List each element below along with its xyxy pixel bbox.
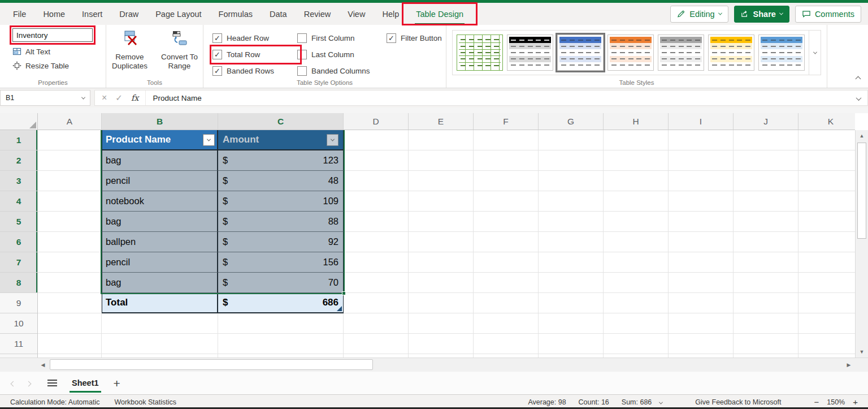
table-name-input[interactable] [12,28,93,42]
editing-button[interactable]: Editing [670,6,728,23]
filter-button-amount[interactable] [327,134,338,146]
previous-sheet-button[interactable] [6,378,21,388]
row-header-1[interactable]: 1 [0,130,37,150]
sheet-list-menu-icon[interactable] [47,380,57,386]
table-style-green-grid[interactable] [457,35,503,71]
table-style-gray[interactable] [658,35,704,71]
resize-table-button[interactable]: Resize Table [12,61,106,70]
column-header-d[interactable]: D [344,113,409,130]
style-option-banded-rows[interactable]: ✓Banded Rows [212,63,297,79]
zoom-level[interactable]: 150% [827,398,845,406]
aggregates-menu-button[interactable] [659,398,662,406]
style-option-banded-columns[interactable]: Banded Columns [297,63,387,79]
insert-function-icon[interactable]: fx [131,93,139,102]
filter-button-product-name[interactable] [203,134,215,146]
enter-icon[interactable]: ✓ [115,93,123,103]
scroll-right-button[interactable]: ▶ [844,358,854,372]
menu-tab-data[interactable]: Data [261,3,296,25]
collapse-ribbon-button[interactable] [856,73,860,83]
table-style-blue[interactable] [557,35,604,71]
row-header-9[interactable]: 9 [0,293,37,313]
menu-tab-view[interactable]: View [339,3,374,25]
checkbox-banded-rows[interactable]: ✓ [212,66,222,76]
excel-table[interactable]: Product NameAmountbag$123pencil$48notebo… [102,130,344,313]
table-cell-product[interactable]: notebook [102,191,218,212]
add-sheet-button[interactable]: + [114,377,120,389]
menu-tab-page-layout[interactable]: Page Layout [147,3,210,25]
table-cell-product[interactable]: bag [102,212,218,232]
table-cell-product[interactable]: ballpen [102,232,218,252]
expand-formula-bar-button[interactable] [857,93,867,103]
column-header-b[interactable]: B [102,113,218,130]
name-box[interactable]: B1 [0,90,90,106]
checkbox-header-row[interactable]: ✓ [212,33,222,43]
checkbox-total-row[interactable]: ✓ [212,50,222,59]
sheet-tab-sheet1[interactable]: Sheet1 [72,372,99,394]
table-cell-product[interactable]: pencil [102,171,218,191]
row-header-6[interactable]: 6 [0,232,37,252]
row-header-5[interactable]: 5 [0,212,37,232]
column-header-k[interactable]: K [798,113,855,130]
table-resize-handle[interactable] [337,306,342,311]
vertical-scrollbar[interactable]: ▲ ▼ [855,130,868,358]
table-cell-amount[interactable]: $156 [218,252,344,273]
menu-tab-formulas[interactable]: Formulas [210,3,261,25]
row-header-4[interactable]: 4 [0,191,37,212]
style-option-total-row[interactable]: ✓Total Row [212,46,297,63]
checkbox-last-column[interactable] [297,50,307,59]
row-header-2[interactable]: 2 [0,150,37,171]
checkbox-filter-button[interactable]: ✓ [387,33,396,43]
menu-tab-insert[interactable]: Insert [73,3,111,25]
table-cell-amount[interactable]: $70 [218,273,344,293]
row-header-10[interactable]: 10 [0,313,37,334]
comments-button[interactable]: Comments [795,6,861,23]
column-header-a[interactable]: A [38,113,102,130]
row-header-7[interactable]: 7 [0,252,37,273]
style-option-first-column[interactable]: First Column [297,30,387,46]
formula-input[interactable]: Product Name [146,94,857,102]
feedback-link[interactable]: Give Feedback to Microsoft [695,398,781,406]
select-all-corner[interactable] [0,113,38,130]
total-label-cell[interactable]: Total [102,293,218,313]
vertical-scroll-thumb[interactable] [857,143,866,239]
scroll-down-button[interactable]: ▼ [856,346,868,358]
row-header-11[interactable]: 11 [0,334,37,354]
row-header-3[interactable]: 3 [0,171,37,191]
table-cell-amount[interactable]: $109 [218,191,344,212]
alt-text-button[interactable]: Alt Text [12,47,106,56]
total-amount-cell[interactable]: $686 [218,293,344,313]
table-cell-product[interactable]: bag [102,150,218,171]
menu-tab-review[interactable]: Review [296,3,340,25]
column-header-e[interactable]: E [409,113,474,130]
cells-area[interactable]: Product NameAmountbag$123pencil$48notebo… [38,130,855,358]
style-option-last-column[interactable]: Last Column [297,46,387,63]
aggregate-sum[interactable]: Sum: 686 [622,398,652,406]
table-style-gold[interactable] [708,35,754,71]
menu-tab-draw[interactable]: Draw [111,3,147,25]
checkbox-first-column[interactable] [297,33,307,43]
table-style-orange[interactable] [607,35,654,71]
style-option-header-row[interactable]: ✓Header Row [212,30,297,46]
table-cell-amount[interactable]: $88 [218,212,344,232]
workbook-statistics[interactable]: Workbook Statistics [114,398,176,406]
aggregate-count[interactable]: Count: 16 [579,398,609,406]
aggregate-average[interactable]: Average: 98 [528,398,566,406]
gallery-more-button[interactable] [809,31,821,75]
column-header-g[interactable]: G [539,113,604,130]
table-header-product-name[interactable]: Product Name [102,130,218,150]
column-header-h[interactable]: H [604,113,669,130]
table-cell-amount[interactable]: $123 [218,150,344,171]
menu-tab-help[interactable]: Help [374,3,407,25]
horizontal-scrollbar[interactable]: ◀ ▶ [0,358,868,372]
menu-tab-file[interactable]: File [5,3,34,25]
column-header-f[interactable]: F [474,113,539,130]
column-header-j[interactable]: J [734,113,798,130]
menu-tab-home[interactable]: Home [34,3,73,25]
table-style-black[interactable] [507,35,553,71]
table-cell-product[interactable]: bag [102,273,218,293]
calculation-mode[interactable]: Calculation Mode: Automatic [10,398,99,406]
scroll-up-button[interactable]: ▲ [856,130,868,141]
share-button[interactable]: Share [734,6,789,23]
table-cell-amount[interactable]: $48 [218,171,344,191]
table-cell-amount[interactable]: $92 [218,232,344,252]
